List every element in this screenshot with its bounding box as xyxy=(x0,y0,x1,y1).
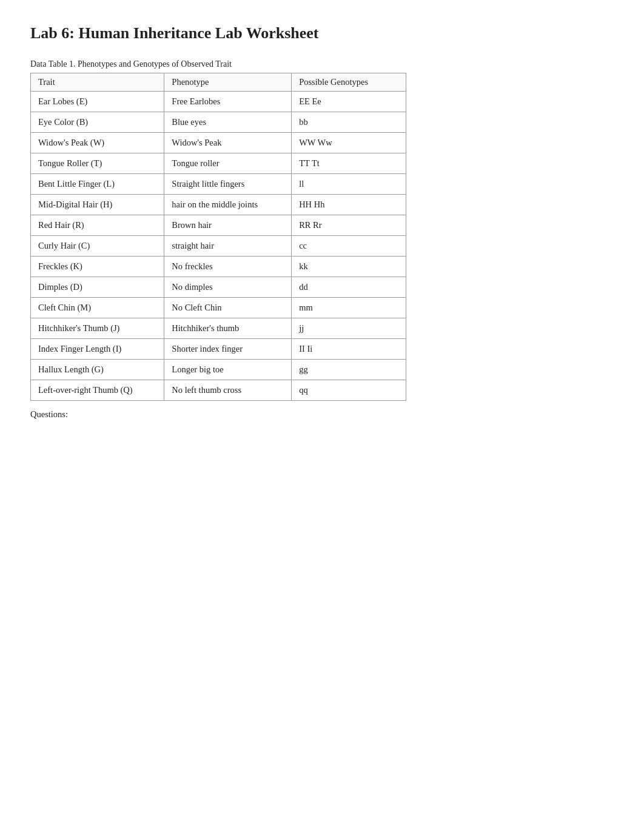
cell-trait: Bent Little Finger (L) xyxy=(31,174,164,195)
cell-trait: Curly Hair (C) xyxy=(31,236,164,257)
table-row: Index Finger Length (I)Shorter index fin… xyxy=(31,339,406,360)
cell-phenotype: No Cleft Chin xyxy=(164,298,292,318)
table-row: Curly Hair (C)straight haircc xyxy=(31,236,406,257)
table-row: Left-over-right Thumb (Q)No left thumb c… xyxy=(31,380,406,401)
cell-phenotype: Longer big toe xyxy=(164,360,292,380)
cell-phenotype: Straight little fingers xyxy=(164,174,292,195)
cell-phenotype: No left thumb cross xyxy=(164,380,292,401)
table-row: Freckles (K)No freckleskk xyxy=(31,257,406,277)
cell-genotype: EE Ee xyxy=(292,92,406,112)
cell-genotype: kk xyxy=(292,257,406,277)
table-row: Ear Lobes (E)Free EarlobesEE Ee xyxy=(31,92,406,112)
cell-genotype: ll xyxy=(292,174,406,195)
table-row: Red Hair (R)Brown hairRR Rr xyxy=(31,215,406,236)
cell-phenotype: Blue eyes xyxy=(164,112,292,133)
col-header-phenotype: Phenotype xyxy=(164,73,292,92)
cell-genotype: qq xyxy=(292,380,406,401)
cell-genotype: bb xyxy=(292,112,406,133)
cell-phenotype: Widow's Peak xyxy=(164,133,292,153)
cell-genotype: RR Rr xyxy=(292,215,406,236)
col-header-trait: Trait xyxy=(31,73,164,92)
cell-trait: Hallux Length (G) xyxy=(31,360,164,380)
cell-phenotype: Tongue roller xyxy=(164,153,292,174)
cell-phenotype: Shorter index finger xyxy=(164,339,292,360)
cell-phenotype: Free Earlobes xyxy=(164,92,292,112)
cell-trait: Widow's Peak (W) xyxy=(31,133,164,153)
cell-trait: Mid-Digital Hair (H) xyxy=(31,195,164,215)
cell-genotype: HH Hh xyxy=(292,195,406,215)
data-table: Trait Phenotype Possible Genotypes Ear L… xyxy=(30,73,406,401)
cell-trait: Index Finger Length (I) xyxy=(31,339,164,360)
cell-genotype: dd xyxy=(292,277,406,298)
cell-trait: Left-over-right Thumb (Q) xyxy=(31,380,164,401)
cell-phenotype: Brown hair xyxy=(164,215,292,236)
cell-trait: Tongue Roller (T) xyxy=(31,153,164,174)
cell-trait: Eye Color (B) xyxy=(31,112,164,133)
cell-phenotype: straight hair xyxy=(164,236,292,257)
cell-genotype: gg xyxy=(292,360,406,380)
table-row: Eye Color (B)Blue eyesbb xyxy=(31,112,406,133)
cell-trait: Hitchhiker's Thumb (J) xyxy=(31,318,164,339)
questions-label: Questions: xyxy=(30,409,614,420)
table-row: Tongue Roller (T)Tongue rollerTT Tt xyxy=(31,153,406,174)
table-row: Mid-Digital Hair (H)hair on the middle j… xyxy=(31,195,406,215)
table-row: Hallux Length (G)Longer big toegg xyxy=(31,360,406,380)
table-caption: Data Table 1. Phenotypes and Genotypes o… xyxy=(30,59,614,69)
table-row: Bent Little Finger (L)Straight little fi… xyxy=(31,174,406,195)
col-header-genotype: Possible Genotypes xyxy=(292,73,406,92)
cell-trait: Freckles (K) xyxy=(31,257,164,277)
cell-trait: Cleft Chin (M) xyxy=(31,298,164,318)
cell-genotype: TT Tt xyxy=(292,153,406,174)
cell-genotype: mm xyxy=(292,298,406,318)
cell-phenotype: No freckles xyxy=(164,257,292,277)
cell-phenotype: Hitchhiker's thumb xyxy=(164,318,292,339)
table-row: Widow's Peak (W)Widow's PeakWW Ww xyxy=(31,133,406,153)
cell-genotype: WW Ww xyxy=(292,133,406,153)
cell-trait: Red Hair (R) xyxy=(31,215,164,236)
table-row: Dimples (D)No dimplesdd xyxy=(31,277,406,298)
table-row: Cleft Chin (M)No Cleft Chinmm xyxy=(31,298,406,318)
page-title: Lab 6: Human Inheritance Lab Worksheet xyxy=(30,24,614,42)
cell-genotype: jj xyxy=(292,318,406,339)
cell-genotype: II Ii xyxy=(292,339,406,360)
cell-trait: Dimples (D) xyxy=(31,277,164,298)
table-row: Hitchhiker's Thumb (J)Hitchhiker's thumb… xyxy=(31,318,406,339)
cell-phenotype: hair on the middle joints xyxy=(164,195,292,215)
cell-trait: Ear Lobes (E) xyxy=(31,92,164,112)
cell-genotype: cc xyxy=(292,236,406,257)
cell-phenotype: No dimples xyxy=(164,277,292,298)
